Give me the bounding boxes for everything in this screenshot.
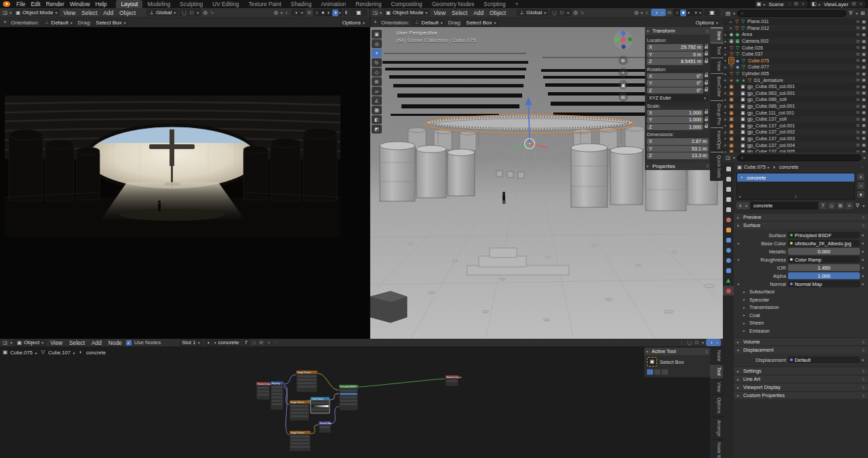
editor-type-icon[interactable]: ◳ (2, 339, 8, 346)
shading-matprev-icon[interactable]: ◐ (326, 9, 332, 16)
go-to-parent-icon[interactable]: ↑ (679, 339, 685, 346)
new-material-button[interactable]: ⊞ (837, 202, 844, 209)
active-tool-icon[interactable]: + (2, 19, 8, 26)
menu-view[interactable]: View (47, 339, 65, 347)
breadcrumb-item[interactable]: Cube.075 (10, 350, 33, 356)
workspace-tab-animation[interactable]: Animation (316, 0, 351, 8)
properties-tab-scene[interactable] (723, 205, 734, 214)
properties-tab-particles[interactable] (723, 245, 734, 255)
unlink-icon[interactable]: × (266, 339, 272, 346)
remove-slot-button[interactable]: − (856, 182, 865, 190)
breadcrumb-material[interactable]: concrete (779, 164, 798, 170)
filter-icon[interactable]: ∇ (854, 203, 861, 209)
outliner-item-label[interactable]: Cube.075 (747, 58, 769, 64)
hide-in-viewport-icon[interactable]: ⊙ (856, 104, 859, 109)
camera-view-button[interactable]: ▣ (618, 80, 628, 89)
expand-icon[interactable]: ▸ (738, 241, 742, 245)
outliner-row[interactable]: ▸▣▣Camera.002⊙▣ (723, 38, 868, 45)
active-tool-icon[interactable]: + (372, 19, 378, 26)
decorator-icon[interactable] (862, 267, 864, 269)
hide-in-viewport-icon[interactable]: ⊙ (856, 84, 859, 89)
panel-surface[interactable]: ▾Surface≡ (734, 221, 868, 229)
expand-icon[interactable]: ▸ (723, 136, 728, 140)
menu-object[interactable]: Object (487, 9, 509, 17)
disable-in-renders-icon[interactable]: ▣ (862, 84, 866, 89)
input-roughness[interactable]: Color Ramp (788, 256, 860, 263)
tool-transform-button[interactable]: ⊞ (372, 77, 382, 86)
properties-tab-world[interactable] (723, 215, 734, 224)
menu-file[interactable]: File (14, 0, 28, 8)
orientation-dropdown[interactable]: ⊥Global▾ (146, 9, 178, 16)
node-tab-options[interactable]: Options (710, 395, 723, 416)
lock-icon[interactable] (705, 119, 708, 121)
hide-in-viewport-icon[interactable]: ⊙ (856, 71, 859, 77)
menu-render[interactable]: Render (43, 0, 67, 8)
disable-in-renders-icon[interactable]: ▣ (862, 129, 866, 135)
node-body[interactable] (319, 424, 331, 433)
decorator-icon[interactable] (862, 359, 864, 361)
properties-tab-tool[interactable] (723, 164, 734, 173)
expand-icon[interactable]: ▸ (723, 130, 728, 134)
outliner-row[interactable]: ▸▣▣gp_Cube.137_col.002⊙▣ (723, 129, 868, 136)
properties-tab-object[interactable] (723, 225, 734, 234)
pan-button[interactable]: + (618, 68, 628, 77)
lock-icon[interactable] (705, 75, 708, 77)
lock-icon[interactable] (705, 125, 708, 128)
outliner-item-label[interactable]: gp_Cube.137_col.003 (746, 136, 795, 142)
expand-icon[interactable]: ▸ (723, 39, 728, 43)
menu-help[interactable]: Help (92, 0, 109, 8)
hide-in-viewport-icon[interactable]: ⊙ (856, 32, 859, 37)
proportional-edit-icon[interactable]: ◎ (572, 9, 578, 16)
outliner-row[interactable]: ▸◉◉Area⊙▣ (723, 31, 868, 38)
node-tab-arrange[interactable]: Arrange (710, 417, 723, 439)
outliner-row[interactable]: ▸▽◆▽Cube.077⊙▣ (723, 64, 868, 70)
expand-icon[interactable]: ▸ (723, 45, 728, 49)
grid-toggle-icon[interactable]: ⊞ (667, 9, 673, 16)
drag-value-dropdown[interactable]: Select Box▾ (464, 19, 498, 26)
show-gizmo-icon[interactable]: ◎ (633, 9, 639, 16)
node-tab-view[interactable]: View (710, 379, 723, 395)
falloff-icon[interactable]: ∿ (209, 9, 215, 16)
proportional-edit-icon[interactable]: ◎ (202, 9, 208, 16)
add-slot-button[interactable]: + (856, 173, 865, 181)
panel-settings[interactable]: ▸Settings≡ (734, 367, 868, 375)
outliner-row[interactable]: ▸▽▽Plane.012⊙▣ (723, 25, 868, 32)
slider-ior[interactable]: 1.450 (788, 264, 860, 271)
mode-dropdown[interactable]: ▣Object Mode▾ (383, 9, 430, 16)
menu-view[interactable]: View (60, 9, 78, 17)
tool-rotate-button[interactable]: ↻ (372, 58, 382, 67)
blender-logo-icon[interactable] (3, 1, 10, 7)
pin-icon[interactable]: ◦ (859, 164, 865, 171)
disable-in-renders-icon[interactable]: ▣ (862, 142, 866, 148)
disable-in-renders-icon[interactable]: ▣ (862, 51, 866, 57)
workspace-tab-layout[interactable]: Layout (116, 0, 142, 8)
panel-custom-properties[interactable]: ▸Custom Properties≡ (734, 391, 868, 399)
outliner-item-label[interactable]: gp_Cube.137_col.001 (746, 123, 795, 129)
menu-add[interactable]: Add (89, 339, 104, 347)
outliner-row[interactable]: ▸▣▣gp_Cube.053_col.001⊙▣ (723, 83, 868, 90)
disable-in-renders-icon[interactable]: ▣ (862, 136, 866, 141)
outliner-row[interactable]: ▸▣▣gp_Cube.086_coll⊙▣ (723, 96, 868, 103)
material-name-field[interactable]: concrete (751, 202, 818, 209)
expand-icon[interactable]: ▸ (723, 143, 728, 147)
menu-select[interactable]: Select (449, 9, 470, 17)
properties-tab-view-layer[interactable] (723, 194, 734, 204)
workspace-tab-geometry-nodes[interactable]: Geometry Nodes (427, 0, 479, 8)
hide-in-viewport-icon[interactable]: ⊙ (856, 19, 859, 24)
transform-value-field[interactable]: Y1.000 (647, 117, 703, 123)
hide-in-viewport-icon[interactable]: ⊙ (856, 77, 859, 83)
expand-icon[interactable]: ▸ (723, 58, 728, 62)
disable-in-renders-icon[interactable]: ▣ (862, 117, 866, 122)
select-mode-subtract-button[interactable] (662, 369, 668, 375)
tool-boxcutter-button[interactable]: ◧ (372, 115, 382, 124)
outliner-row[interactable]: ▸▽▽Cylinder.005⊙▣ (723, 70, 868, 77)
outliner-row[interactable]: ▸▽▽Plane.011⊙▣ (723, 18, 868, 25)
menu-window[interactable]: Window (67, 0, 93, 8)
hide-in-viewport-icon[interactable]: ⊙ (856, 110, 859, 115)
expand-icon[interactable]: ▸ (728, 26, 734, 30)
hide-in-viewport-icon[interactable]: ⊙ (856, 64, 859, 70)
material-datablock[interactable]: ◐▾concrete (204, 339, 241, 346)
transform-value-field[interactable]: X0° (647, 73, 703, 80)
transform-value-field[interactable]: X1.000 (647, 110, 703, 117)
shading-matprev-icon[interactable]: ◐ (686, 9, 692, 16)
